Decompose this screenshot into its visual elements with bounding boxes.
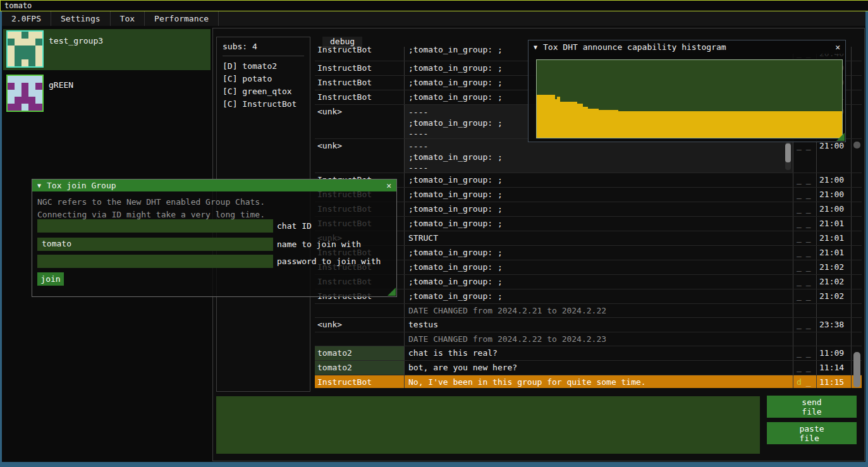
menu-item-performance[interactable]: Performance: [145, 11, 219, 26]
scrollbar-gutter: [852, 304, 862, 317]
member-potato[interactable]: [C] potato: [223, 73, 310, 85]
join-input-chat-id[interactable]: [37, 219, 273, 233]
status-mark: _: [797, 204, 802, 216]
message-text: STRUCT: [405, 231, 793, 245]
join-input-password-to-join-with[interactable]: [37, 255, 273, 268]
close-icon[interactable]: ✕: [835, 42, 840, 52]
message-time: [817, 332, 852, 346]
message-sender: <unk>: [315, 318, 405, 332]
join-field-row: chat ID: [37, 219, 312, 233]
message-status: __: [793, 173, 817, 187]
message-text: ;tomato_in_group: ;: [405, 275, 793, 289]
chat-scrollbar[interactable]: [853, 352, 860, 387]
window-frame-right: [865, 11, 868, 467]
message-text: testus: [405, 318, 793, 332]
window-title-bar: tomato: [0, 0, 868, 11]
date-changed-row: DATE CHANGED from 2024.2.22 to 2024.2.23: [315, 332, 862, 346]
member-tomato2[interactable]: [D] tomato2: [223, 60, 310, 73]
message-status: __: [793, 260, 817, 274]
tab-debug[interactable]: debug: [322, 37, 362, 47]
chat-message-row: InstructBotNo, I've been in this group f…: [315, 375, 862, 388]
join-group-window: ▼ Tox join Group ✕ NGC refers to the New…: [32, 179, 397, 297]
paste-file-button[interactable]: paste file: [767, 422, 857, 444]
message-line: ----: [408, 141, 793, 152]
join-group-title: Tox join Group: [47, 181, 116, 190]
join-group-titlebar[interactable]: ▼ Tox join Group ✕: [32, 179, 396, 191]
status-mark: _: [797, 291, 802, 303]
member-InstructBot[interactable]: [C] InstructBot: [223, 98, 310, 111]
message-time: 11:15: [817, 375, 852, 388]
join-field-row: tomatoname to join with: [37, 238, 361, 251]
message-input[interactable]: [216, 396, 760, 454]
message-text: No, I've been in this group for quite so…: [405, 375, 793, 388]
status-mark: _: [806, 204, 811, 216]
message-sender: InstructBot: [315, 375, 405, 388]
message-text: ;tomato_in_group: ;: [405, 202, 793, 216]
message-status: [793, 304, 817, 317]
status-mark: _: [806, 377, 811, 388]
status-mark: _: [797, 248, 802, 260]
status-mark: _: [797, 233, 802, 245]
status-mark: _: [797, 277, 802, 289]
scrollbar-gutter: [852, 260, 862, 274]
join-info-line-2: Connecting via ID might take a very long…: [37, 210, 265, 219]
dht-histogram-titlebar[interactable]: ▼ Tox DHT announce capability histogram …: [529, 40, 845, 54]
send-file-button[interactable]: send file: [767, 396, 857, 418]
message-line: ;tomato_in_group: ;: [408, 152, 793, 162]
message-sender: <unk>: [315, 139, 405, 173]
histogram-bar: [599, 110, 618, 138]
message-status: [793, 332, 817, 346]
collapse-arrow-icon[interactable]: ▼: [534, 44, 537, 51]
status-mark: _: [806, 248, 811, 260]
scrollbar-gutter: [852, 217, 862, 231]
chat-message-row: <unk>----;tomato_in_group: ;----__21:00: [315, 139, 862, 173]
dht-histogram-plot: [536, 59, 843, 138]
group-row-gREEN[interactable]: gREEN: [3, 73, 211, 114]
status-mark: d: [797, 377, 802, 388]
join-input-name-to-join-with[interactable]: tomato: [37, 238, 273, 251]
message-time: 21:02: [817, 260, 852, 274]
chat-message-row: tomato2bot, are you new here?__11:14: [315, 361, 862, 375]
status-mark: _: [797, 175, 802, 187]
message-time: 21:02: [817, 289, 852, 303]
message-status: __: [793, 346, 817, 360]
message-status: __: [793, 361, 817, 375]
message-sender: InstructBot: [315, 90, 405, 104]
status-mark: _: [797, 262, 802, 274]
message-text: chat is this real?: [405, 346, 793, 360]
chat-scrollbar-fragment[interactable]: [853, 142, 860, 149]
close-icon[interactable]: ✕: [386, 181, 391, 190]
resize-grip[interactable]: [836, 133, 845, 141]
scrollbar-gutter: [852, 289, 862, 303]
collapse-arrow-icon[interactable]: ▼: [37, 182, 41, 189]
member-green_qtox[interactable]: [C] green_qtox: [223, 85, 310, 98]
group-row-test_group3[interactable]: test_group3: [3, 29, 211, 70]
message-time: 21:01: [817, 231, 852, 245]
status-mark: _: [797, 141, 802, 173]
message-sender: [315, 332, 405, 346]
message-time: 21:02: [817, 275, 852, 289]
message-time: [817, 304, 852, 317]
window-title: tomato: [4, 1, 32, 10]
histogram-bar: [560, 102, 577, 138]
histogram-bar: [577, 104, 584, 138]
date-changed-text: DATE CHANGED from 2024.2.22 to 2024.2.23: [405, 332, 793, 346]
join-button[interactable]: join: [37, 272, 64, 286]
scrollbar-gutter: [852, 76, 862, 90]
join-field-label: password to join with: [277, 257, 381, 266]
message-status: __: [793, 231, 817, 245]
menu-item-2-0fps[interactable]: 2.0FPS: [2, 11, 51, 26]
dht-histogram-window: ▼ Tox DHT announce capability histogram …: [528, 40, 846, 142]
histogram-bar: [537, 95, 555, 138]
message-text: ;tomato_in_group: ;: [405, 289, 793, 303]
message-scrollbar-handle[interactable]: [785, 143, 791, 162]
resize-grip[interactable]: [388, 288, 396, 296]
menu-item-settings[interactable]: Settings: [51, 11, 111, 26]
menu-item-tox[interactable]: Tox: [111, 11, 145, 26]
message-status: __: [793, 217, 817, 231]
message-time: 21:01: [817, 246, 852, 260]
message-text: ;tomato_in_group: ;: [405, 246, 793, 260]
message-time: 21:00: [817, 202, 852, 216]
message-text: ;tomato_in_group: ;: [405, 173, 793, 187]
status-mark: _: [797, 320, 802, 332]
